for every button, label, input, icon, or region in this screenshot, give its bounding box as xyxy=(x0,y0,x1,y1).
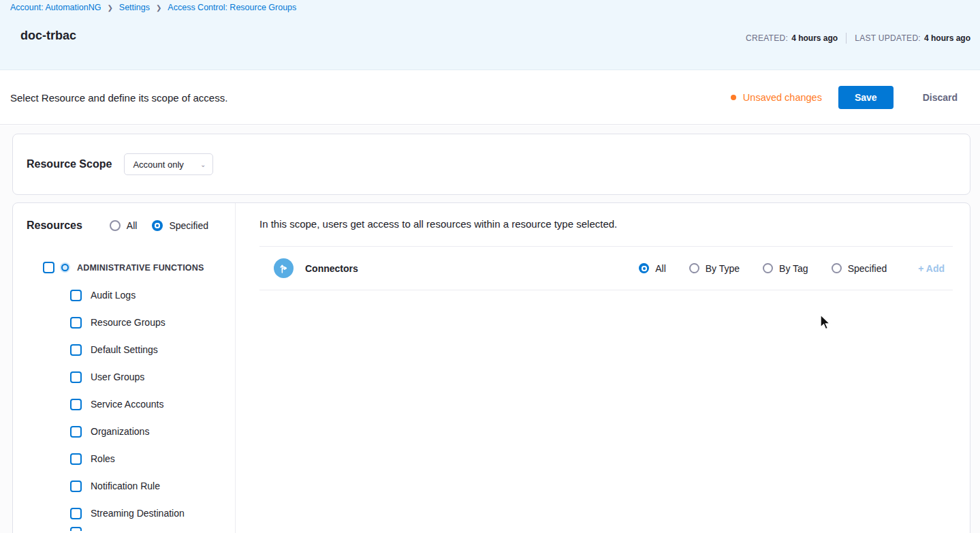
resources-all-option[interactable]: All xyxy=(110,220,138,231)
list-item-label: Streaming Destination xyxy=(91,508,185,519)
checkbox[interactable] xyxy=(70,453,82,465)
action-toolbar: Select Resource and define its scope of … xyxy=(0,71,980,125)
breadcrumb-access-control-link[interactable]: Access Control: Resource Groups xyxy=(168,3,296,12)
list-item-resource-groups[interactable]: Resource Groups xyxy=(70,309,235,336)
radio-connectors-by-type[interactable] xyxy=(689,263,699,273)
checkbox[interactable] xyxy=(70,508,82,519)
connectors-option-all[interactable]: All xyxy=(639,263,666,274)
resource-scope-card: Resource Scope Account only ⌄ xyxy=(12,134,970,195)
scope-detail-pane: In this scope, users get access to all r… xyxy=(236,203,970,533)
resources-sidebar: Resources All Specified ADMINISTRATIVE F… xyxy=(13,203,236,533)
checkbox[interactable] xyxy=(70,317,82,329)
list-item-label: Resource Groups xyxy=(91,317,165,328)
checkbox[interactable] xyxy=(70,290,82,301)
list-item-streaming-destination[interactable]: Streaming Destination xyxy=(70,500,235,527)
unsaved-changes-indicator: Unsaved changes xyxy=(731,92,822,103)
list-item-service-accounts[interactable]: Service Accounts xyxy=(70,391,235,418)
toolbar-description: Select Resource and define its scope of … xyxy=(10,92,227,104)
breadcrumb-account-link[interactable]: Account: AutomationNG xyxy=(10,3,101,12)
radio-specified-label: Specified xyxy=(169,220,208,231)
radio-label: Specified xyxy=(848,263,887,274)
admin-functions-label: ADMINISTRATIVE FUNCTIONS xyxy=(77,263,204,273)
page-body: Resource Scope Account only ⌄ Resources … xyxy=(0,125,980,533)
connectors-icon xyxy=(274,258,294,278)
resource-scope-dropdown-value: Account only xyxy=(133,159,183,170)
radio-label: All xyxy=(655,263,666,274)
list-item-label: Organizations xyxy=(91,426,149,437)
checkbox[interactable] xyxy=(70,527,82,531)
list-item-label: Default Settings xyxy=(91,344,158,355)
unsaved-changes-label: Unsaved changes xyxy=(743,92,822,103)
list-item-organizations[interactable]: Organizations xyxy=(70,418,235,445)
radio-specified[interactable] xyxy=(152,220,163,231)
resources-title: Resources xyxy=(27,219,82,232)
checkbox[interactable] xyxy=(70,481,82,492)
radio-connectors-specified[interactable] xyxy=(832,263,842,273)
connectors-option-by-type[interactable]: By Type xyxy=(689,263,740,274)
breadcrumb-settings-link[interactable]: Settings xyxy=(119,3,150,12)
breadcrumb-separator-icon: ❯ xyxy=(156,4,161,12)
resource-scope-dropdown[interactable]: Account only ⌄ xyxy=(124,153,213,175)
list-item-audit-logs[interactable]: Audit Logs xyxy=(70,281,235,309)
checkbox[interactable] xyxy=(70,344,82,356)
created-label: CREATED: xyxy=(746,33,788,43)
connectors-label: Connectors xyxy=(305,263,358,274)
checkbox[interactable] xyxy=(70,426,82,438)
resource-checkbox-list: Audit Logs Resource Groups Default Setti… xyxy=(13,281,235,531)
list-item-default-settings[interactable]: Default Settings xyxy=(70,336,235,363)
group-badge-icon xyxy=(60,262,70,273)
list-item-label: User Groups xyxy=(91,371,144,382)
connectors-scope-options: All By Type By Tag Specified + Add xyxy=(639,263,953,274)
page-title: doc-trbac xyxy=(20,29,76,43)
page-header: Account: AutomationNG ❯ Settings ❯ Acces… xyxy=(0,0,980,70)
checkbox[interactable] xyxy=(70,371,82,383)
list-item-notification-rule[interactable]: Notification Rule xyxy=(70,472,235,500)
resources-card: Resources All Specified ADMINISTRATIVE F… xyxy=(12,202,970,533)
discard-button[interactable]: Discard xyxy=(911,86,970,109)
list-item-label: Service Accounts xyxy=(91,399,163,410)
checkbox[interactable] xyxy=(70,399,82,410)
radio-all-label: All xyxy=(127,220,138,231)
admin-functions-checkbox[interactable] xyxy=(43,262,54,273)
radio-label: By Type xyxy=(706,263,740,274)
list-item-label: Notification Rule xyxy=(91,481,160,491)
breadcrumb-separator-icon: ❯ xyxy=(107,4,112,12)
unsaved-dot-icon xyxy=(731,95,736,100)
list-item-partial[interactable] xyxy=(70,527,235,531)
connectors-row: Connectors All By Type By Tag xyxy=(259,246,953,290)
resource-scope-title: Resource Scope xyxy=(27,158,112,170)
add-button[interactable]: + Add xyxy=(918,263,953,274)
list-item-roles[interactable]: Roles xyxy=(70,445,235,472)
save-button[interactable]: Save xyxy=(838,86,894,109)
meta-divider xyxy=(846,33,847,44)
radio-connectors-by-tag[interactable] xyxy=(763,263,773,273)
header-meta: CREATED: 4 hours ago LAST UPDATED: 4 hou… xyxy=(746,33,970,44)
list-item-user-groups[interactable]: User Groups xyxy=(70,363,235,391)
connectors-option-specified[interactable]: Specified xyxy=(832,263,887,274)
list-item-label: Roles xyxy=(91,453,115,464)
list-item-label: Audit Logs xyxy=(91,290,136,301)
radio-label: By Tag xyxy=(779,263,808,274)
connectors-option-by-tag[interactable]: By Tag xyxy=(763,263,808,274)
admin-functions-group: ADMINISTRATIVE FUNCTIONS xyxy=(43,262,235,273)
radio-all[interactable] xyxy=(110,220,121,231)
radio-connectors-all[interactable] xyxy=(639,263,649,273)
breadcrumb: Account: AutomationNG ❯ Settings ❯ Acces… xyxy=(10,3,296,12)
last-updated-value: 4 hours ago xyxy=(924,33,970,43)
scope-info-text: In this scope, users get access to all r… xyxy=(259,218,970,230)
resources-specified-option[interactable]: Specified xyxy=(152,220,208,231)
last-updated-label: LAST UPDATED: xyxy=(855,33,921,43)
chevron-down-icon: ⌄ xyxy=(200,161,206,168)
created-value: 4 hours ago xyxy=(791,33,838,43)
